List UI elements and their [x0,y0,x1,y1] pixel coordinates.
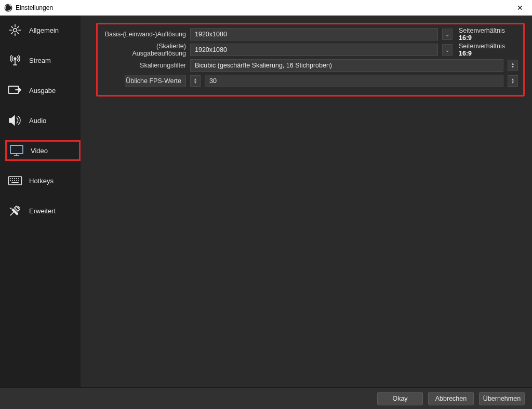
chevron-down-icon: ▼ [194,81,197,84]
sidebar-item-label: Erweitert [29,207,56,215]
content-area: Allgemein Stream [0,16,532,387]
sidebar-item-video[interactable]: Video [5,140,81,161]
sidebar-item-label: Video [31,147,48,155]
ok-button[interactable]: Okay [377,392,423,405]
antenna-icon [7,53,23,67]
gear-icon [7,23,23,37]
svg-rect-5 [10,145,23,154]
base-aspect-ratio: Seitenverhältnis 16:9 [457,27,518,42]
window-title: Einstellungen [16,4,53,11]
sidebar-item-label: Ausgabe [29,87,56,94]
fps-row: Übliche FPS-Werte ▲ ▼ 30 ▲ ▼ [103,74,518,88]
chevron-down-icon: ⌄ [445,32,449,37]
output-resolution-row: (Skalierte) Ausgabeauflösung 1920x1080 ⌄… [103,43,518,57]
downscale-filter-value: Bicubic (geschärfte Skalierung, 16 Stich… [195,62,332,69]
output-resolution-label: (Skalierte) Ausgabeauflösung [103,43,186,57]
apply-button[interactable]: Übernehmen [479,392,525,405]
downscale-filter-stepper[interactable]: ▲ ▼ [508,60,518,71]
chevron-down-icon: ▼ [511,65,515,69]
sidebar-item-output[interactable]: Ausgabe [5,80,81,101]
close-icon: ✕ [517,4,523,12]
svg-point-2 [14,29,17,32]
sidebar-item-hotkeys[interactable]: Hotkeys [5,170,81,191]
dialog-button-bar: Okay Abbrechen Übernehmen [0,387,532,409]
base-resolution-label: Basis-(Leinwand-)Auflösung [103,31,186,38]
output-resolution-select[interactable]: 1920x1080 [190,44,438,56]
tools-icon [7,203,23,218]
cancel-button[interactable]: Abbrechen [428,392,474,405]
output-resolution-dropdown-button[interactable]: ⌄ [442,44,453,56]
sidebar-item-advanced[interactable]: Erweitert [5,200,81,221]
settings-window: Einstellungen ✕ Allgemein [0,0,532,409]
sidebar-item-stream[interactable]: Stream [5,50,81,71]
output-resolution-value: 1920x1080 [195,46,227,53]
output-aspect-ratio: Seitenverhältnis 16:9 [457,43,518,57]
sidebar: Allgemein Stream [0,16,81,387]
base-resolution-dropdown-button[interactable]: ⌄ [442,29,453,40]
downscale-filter-select[interactable]: Bicubic (geschärfte Skalierung, 16 Stich… [190,59,503,72]
main-panel: Basis-(Leinwand-)Auflösung 1920x1080 ⌄ S… [81,16,532,387]
fps-type-select[interactable]: Übliche FPS-Werte [125,75,186,87]
video-settings-highlight: Basis-(Leinwand-)Auflösung 1920x1080 ⌄ S… [96,23,525,97]
output-icon [7,83,23,98]
base-resolution-value: 1920x1080 [195,31,227,38]
sidebar-item-audio[interactable]: Audio [5,110,81,131]
sidebar-item-label: Stream [29,57,51,64]
obs-logo-icon [4,4,12,12]
titlebar: Einstellungen ✕ [0,0,532,16]
sidebar-item-label: Allgemein [29,26,59,34]
downscale-filter-label: Skalierungsfilter [103,62,186,69]
window-close-button[interactable]: ✕ [512,0,528,16]
base-resolution-select[interactable]: 1920x1080 [190,28,438,40]
keyboard-icon [7,173,23,188]
sidebar-item-label: Audio [29,117,46,125]
fps-value-stepper[interactable]: ▲ ▼ [508,75,518,87]
sidebar-item-label: Hotkeys [29,177,54,185]
fps-type-label: Übliche FPS-Werte [126,77,181,85]
fps-value-select[interactable]: 30 [205,75,503,87]
sidebar-item-general[interactable]: Allgemein [5,20,81,40]
fps-type-stepper[interactable]: ▲ ▼ [190,75,201,87]
chevron-down-icon: ⌄ [445,47,449,53]
speaker-icon [7,113,23,128]
monitor-icon [9,143,24,158]
downscale-filter-row: Skalierungsfilter Bicubic (geschärfte Sk… [103,59,518,72]
base-resolution-row: Basis-(Leinwand-)Auflösung 1920x1080 ⌄ S… [103,28,518,41]
fps-value: 30 [209,77,217,85]
chevron-down-icon: ▼ [511,81,515,84]
